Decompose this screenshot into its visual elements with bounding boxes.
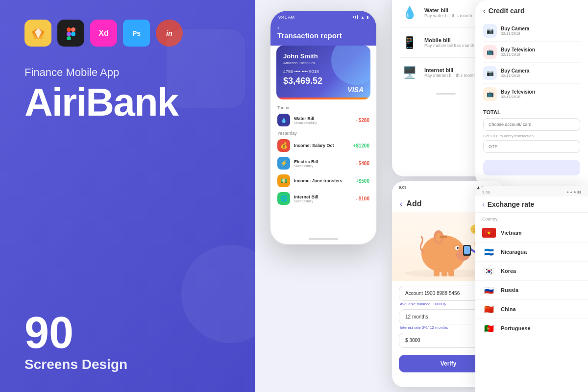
right-area: 9:41 AM ▲ ▮ ‹ Transaction report John Sm… [255,0,588,392]
card-brand: VISA [347,86,364,94]
today-label: Today [270,103,376,111]
credit-back-icon[interactable]: ‹ [483,7,486,15]
trans-income-oct[interactable]: 💰 Income: Salary Oct +$1200 [270,137,376,154]
water-bill-icon: 💧 [277,114,290,126]
svg-rect-3 [67,27,71,32]
credit-panel-header: ‹ Credit card [483,7,580,15]
electric-icon: ⚡ [277,157,290,170]
income-amount: +$1200 [353,143,369,148]
svg-rect-16 [434,269,440,276]
phone-transaction: 9:41 AM ▲ ▮ ‹ Transaction report John Sm… [270,10,377,245]
exchange-header: ‹ Exchange rate [475,196,588,213]
portuguese-flag: 🇵🇹 [482,323,496,333]
screens-label: Screens Design [24,357,230,372]
trans-water-bill[interactable]: 💧 Water Bill Unsuccessfully - $280 [270,111,376,129]
svg-rect-17 [441,270,447,276]
internet-icon: 🌐 [277,192,290,205]
vietnam-name: Vietnam [501,230,522,236]
home-indicator [309,238,338,240]
country-korea[interactable]: 🇰🇷 Korea [475,262,588,281]
add-status-time: 9:09 [399,185,407,190]
trans-jane[interactable]: 💵 Income: Jane transfers +$500 [270,172,376,190]
account-card-input[interactable] [483,118,580,131]
income-icon: 💰 [277,139,290,152]
add-title: Add [406,199,421,208]
internet-amount: - $100 [356,196,369,201]
cp-buy-camera-1[interactable]: 📷 Buy Camera 02/11/2018 [483,21,580,42]
svg-rect-6 [67,36,71,40]
electric-amount: - $480 [356,161,369,166]
china-name: China [501,306,516,312]
exchange-back-icon[interactable]: ‹ [482,200,485,208]
country-label: Country [475,213,588,223]
card-balance: $3,469.52 [283,76,364,86]
russia-name: Russia [501,287,518,293]
scroll-indicator [436,93,456,95]
card-number: 4756 •••• •••• 9018 [283,69,364,74]
status-icons: ▲ ▮ [353,15,368,20]
card-stripe [276,98,370,99]
exchange-status-bar: 9:09 ▲▲ ▶ ▮▮ [475,186,588,196]
credit-card: John Smith Amazon Platinium 4756 •••• ••… [276,46,370,99]
left-panel: Xd Ps in Finance Mobile App AiriBank 90 … [0,0,255,392]
jane-icon: 💵 [277,174,290,187]
exchange-title: Exchange rate [488,200,535,208]
country-russia[interactable]: 🇷🇺 Russia [475,281,588,300]
figma-icon [57,20,84,47]
wifi-icon: ▲ [361,15,365,20]
card-name: John Smith [283,52,364,60]
status-time: 9:41 AM [278,15,294,20]
water-amount: - $280 [356,118,369,123]
nicaragua-flag: 🇳🇮 [482,247,496,257]
trans-electric[interactable]: ⚡ Electric Bill Successfully - $480 [270,154,376,172]
trans-internet[interactable]: 🌐 Internet Bill Successfully - $100 [270,190,376,207]
tv-icon-2: 📺 [483,87,497,101]
otp-input[interactable] [483,140,580,153]
tv-icon-1: 📺 [483,45,497,59]
cp-buy-camera-2[interactable]: 📷 Buy Camera 02/11/2018 [483,63,580,84]
cp-buy-tv-2[interactable]: 📺 Buy Television 02/11/2018 [483,84,580,104]
svg-rect-29 [464,246,470,254]
country-portuguese[interactable]: 🇵🇹 Portuguese [475,319,588,338]
credit-panel-title: Credit card [489,7,525,15]
korea-name: Korea [501,268,516,274]
back-nav[interactable]: ‹ [277,24,369,30]
total-label: TOTAL [483,109,580,115]
vietnam-flag: 🇻🇳 [482,228,496,238]
signal-bar-3 [357,15,358,19]
mobile-bill-icon: 📱 [400,33,419,52]
confirm-button-area[interactable] [483,160,580,175]
battery-icon: ▮ [367,15,368,20]
country-nicaragua[interactable]: 🇳🇮 Nicaragua [475,243,588,262]
svg-rect-18 [448,270,454,276]
portuguese-name: Portuguese [501,325,531,331]
svg-rect-4 [71,27,75,32]
add-back-icon[interactable]: ‹ [400,199,402,208]
water-bill-icon: 💧 [400,3,419,23]
transaction-header: ‹ Transaction report [270,22,376,46]
sketch-icon [24,20,51,47]
china-flag: 🇨🇳 [482,304,496,314]
status-bar: 9:41 AM ▲ ▮ [270,11,376,22]
jane-amount: +$500 [356,178,369,184]
cp-buy-tv-1[interactable]: 📺 Buy Television 02/11/2018 [483,42,580,63]
svg-point-12 [457,247,459,249]
otp-hint: Get OTP to verify transaction [483,134,580,138]
transaction-title: Transaction report [277,31,369,40]
yesterday-label: Yesterday [270,129,376,137]
country-china[interactable]: 🇨🇳 China [475,300,588,319]
camera-icon-2: 📷 [483,66,497,80]
korea-flag: 🇰🇷 [482,266,496,276]
card-type: Amazon Platinium [283,61,364,65]
credit-card-panel: ‹ Credit card 📷 Buy Camera 02/11/2018 📺 … [475,0,588,186]
signal-bar-1 [353,16,354,18]
ps-icon: Ps [123,20,150,47]
internet-bill-icon: 🖥️ [400,63,419,82]
country-vietnam[interactable]: 🇻🇳 Vietnam [475,223,588,243]
camera-icon-1: 📷 [483,24,497,38]
nicaragua-name: Nicaragua [501,249,527,255]
svg-rect-5 [67,32,71,36]
svg-rect-15 [440,236,447,238]
exchange-time: 9:09 [482,190,490,195]
trans-water-info: Water Bill Unsuccessfully [294,116,352,124]
